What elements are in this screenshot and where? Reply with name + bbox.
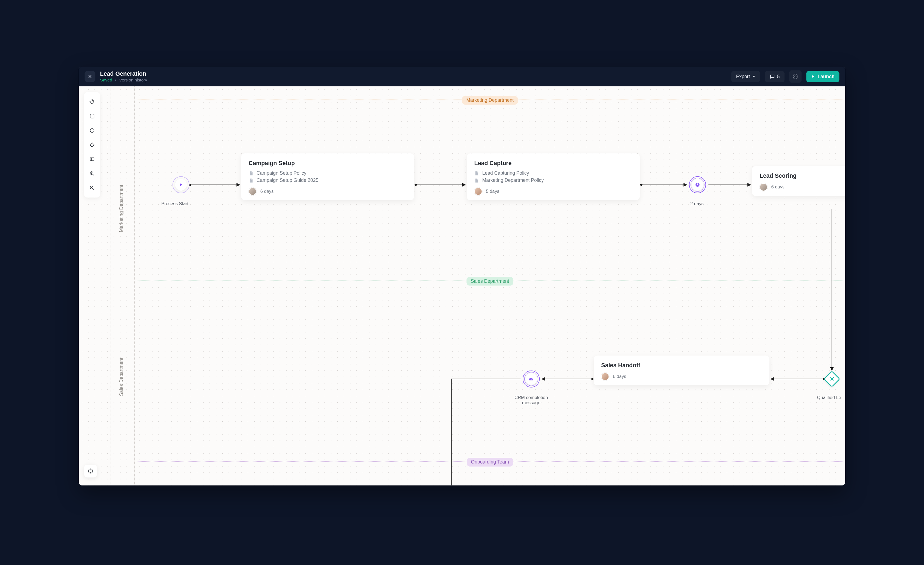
card-duration: 6 days xyxy=(260,189,274,194)
card-sales-handoff[interactable]: Sales Handoff 6 days xyxy=(594,355,769,385)
chevron-down-icon xyxy=(753,76,755,77)
export-button[interactable]: Export xyxy=(731,71,760,82)
node-crm-message[interactable] xyxy=(525,373,537,385)
card-lead-capture[interactable]: Lead Capture Lead Capturing Policy Marke… xyxy=(466,153,640,200)
node-gateway-qualified[interactable]: ✕ xyxy=(824,371,840,387)
lane-label-sales: Sales Department xyxy=(119,358,124,396)
avatar xyxy=(601,373,609,381)
swimlane-icon xyxy=(89,156,95,162)
avatar xyxy=(474,187,482,195)
doc-row[interactable]: Marketing Department Policy xyxy=(474,177,632,183)
play-icon xyxy=(811,75,815,78)
comment-icon xyxy=(770,74,775,79)
saved-status: Saved xyxy=(100,78,112,82)
node-timer[interactable] xyxy=(692,179,704,190)
svg-point-0 xyxy=(795,76,796,77)
card-lead-scoring[interactable]: Lead Scoring 6 days xyxy=(752,166,845,196)
caption-timer: 2 days xyxy=(690,201,704,207)
toolbox xyxy=(84,92,100,198)
card-title: Lead Scoring xyxy=(759,172,845,179)
close-button[interactable] xyxy=(85,71,96,82)
canvas[interactable]: Marketing Department Sales Department Ma… xyxy=(79,86,845,486)
swim-tag-marketing[interactable]: Marketing Department xyxy=(462,96,518,105)
svg-point-19 xyxy=(640,184,642,186)
swim-divider-onboarding: Onboarding Team xyxy=(135,461,845,462)
gear-icon xyxy=(793,74,798,79)
tool-swimlane[interactable] xyxy=(86,153,99,166)
caption-gateway: Qualified Le xyxy=(817,395,841,400)
zoom-out-icon xyxy=(89,185,95,191)
diamond-icon xyxy=(89,142,95,148)
tool-zoom-out[interactable] xyxy=(86,181,99,195)
topbar: Lead Generation Saved • Version history … xyxy=(79,67,845,86)
document-icon xyxy=(474,171,479,175)
hand-icon xyxy=(89,99,95,105)
lane-label-marketing: Marketing Department xyxy=(119,185,124,232)
card-duration: 6 days xyxy=(613,374,626,379)
comments-button[interactable]: 5 xyxy=(765,71,784,82)
zoom-in-icon xyxy=(89,171,95,176)
square-icon xyxy=(89,113,95,119)
settings-button[interactable] xyxy=(789,70,802,83)
swim-divider-sales: Sales Department xyxy=(135,280,845,281)
doc-row[interactable]: Campaign Setup Policy xyxy=(249,170,406,176)
swim-tag-sales[interactable]: Sales Department xyxy=(466,277,513,286)
svg-rect-3 xyxy=(90,158,94,161)
help-button[interactable] xyxy=(84,465,97,478)
doc-row[interactable]: Campaign Setup Guide 2025 xyxy=(249,177,406,183)
svg-rect-1 xyxy=(90,114,94,118)
card-title: Sales Handoff xyxy=(601,362,762,369)
gateway-x-icon: ✕ xyxy=(830,375,834,382)
document-icon xyxy=(474,178,479,183)
caption-process-start: Process Start xyxy=(161,201,189,207)
swim-tag-onboarding[interactable]: Onboarding Team xyxy=(466,458,513,466)
circle-icon xyxy=(89,127,95,133)
svg-point-2 xyxy=(90,129,94,132)
svg-line-10 xyxy=(93,189,94,190)
page-subtitle: Saved • Version history xyxy=(100,78,147,82)
card-campaign-setup[interactable]: Campaign Setup Campaign Setup Policy Cam… xyxy=(241,153,414,200)
tool-diamond[interactable] xyxy=(86,138,99,151)
avatar xyxy=(249,187,256,195)
version-history-link[interactable]: Version history xyxy=(119,78,147,82)
svg-point-17 xyxy=(414,184,417,186)
caption-message: CRM completion message xyxy=(507,395,555,406)
doc-row[interactable]: Lead Capturing Policy xyxy=(474,170,632,176)
card-duration: 5 days xyxy=(486,189,499,194)
page-title: Lead Generation xyxy=(100,70,147,77)
tool-rectangle[interactable] xyxy=(86,110,99,123)
document-icon xyxy=(249,178,253,183)
connector-layer xyxy=(79,86,845,486)
launch-button[interactable]: Launch xyxy=(806,71,839,82)
svg-point-24 xyxy=(591,378,593,380)
close-icon xyxy=(88,74,92,79)
avatar xyxy=(759,183,767,191)
swim-divider-marketing: Marketing Department xyxy=(135,100,845,100)
tool-circle[interactable] xyxy=(86,124,99,137)
card-title: Campaign Setup xyxy=(249,160,406,167)
svg-line-6 xyxy=(93,174,94,175)
app-window: Lead Generation Saved • Version history … xyxy=(79,67,845,486)
help-icon xyxy=(87,468,93,474)
card-duration: 6 days xyxy=(771,184,784,190)
tool-hand[interactable] xyxy=(86,96,99,108)
node-process-start[interactable] xyxy=(175,179,187,190)
card-title: Lead Capture xyxy=(474,160,632,167)
lane-margin xyxy=(111,86,135,486)
document-icon xyxy=(249,171,253,175)
tool-zoom-in[interactable] xyxy=(86,167,99,180)
